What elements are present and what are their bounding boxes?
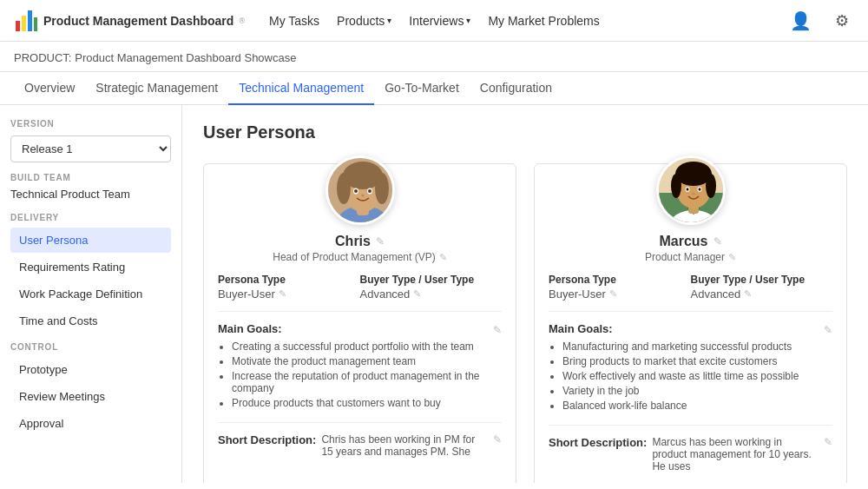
persona-marcus-name-row: Marcus ✎ bbox=[549, 234, 832, 249]
buyer-type-label: Buyer Type / User Type bbox=[360, 274, 503, 286]
svg-rect-4 bbox=[34, 17, 37, 31]
list-item: Balanced work-life balance bbox=[562, 400, 820, 412]
edit-desc-marcus-icon[interactable]: ✎ bbox=[824, 436, 832, 448]
sidebar-item-work-package[interactable]: Work Package Definition bbox=[10, 281, 171, 307]
build-team-label: BUILD TEAM bbox=[10, 173, 171, 182]
svg-point-23 bbox=[671, 174, 681, 198]
user-avatar-icon[interactable]: 👤 bbox=[788, 9, 812, 33]
sidebar-item-time-costs[interactable]: Time and Costs bbox=[10, 308, 171, 334]
nav-products[interactable]: Products ▾ bbox=[337, 14, 391, 28]
logo-text: Product Management Dashboard bbox=[43, 14, 233, 28]
nav-interviews[interactable]: Interviews ▾ bbox=[409, 14, 470, 28]
list-item: Bring products to market that excite cus… bbox=[562, 355, 820, 367]
chevron-down-icon: ▾ bbox=[466, 16, 470, 25]
tab-go-to-market[interactable]: Go-To-Market bbox=[374, 72, 470, 105]
tabs-bar: Overview Strategic Management Technical … bbox=[0, 72, 868, 105]
sidebar-item-approval[interactable]: Approval bbox=[10, 411, 171, 436]
edit-goals-marcus-icon[interactable]: ✎ bbox=[824, 324, 832, 336]
avatar-chris bbox=[218, 155, 502, 225]
persona-marcus-goals: Main Goals: Manufacturing and marketing … bbox=[549, 322, 832, 426]
desc-label-chris: Short Description: bbox=[218, 433, 316, 446]
list-item: Variety in the job bbox=[562, 385, 820, 397]
desc-label-marcus: Short Description: bbox=[549, 436, 647, 449]
svg-rect-2 bbox=[22, 16, 26, 31]
persona-chris-name: Chris bbox=[335, 234, 371, 249]
edit-role-chris-icon[interactable]: ✎ bbox=[439, 252, 447, 263]
desc-text-chris: Chris has been working in PM for 15 year… bbox=[321, 433, 488, 458]
persona-type-label: Persona Type bbox=[218, 274, 360, 286]
breadcrumb: PRODUCT: Product Management Dashboard Sh… bbox=[0, 42, 868, 72]
svg-rect-3 bbox=[28, 10, 32, 31]
edit-name-marcus-icon[interactable]: ✎ bbox=[713, 235, 722, 248]
tab-overview[interactable]: Overview bbox=[14, 72, 85, 105]
sidebar-item-prototype[interactable]: Prototype bbox=[10, 357, 171, 382]
goals-label-chris: Main Goals: bbox=[218, 322, 490, 335]
svg-point-11 bbox=[375, 173, 389, 204]
svg-point-10 bbox=[337, 173, 351, 204]
persona-marcus-meta: Persona Type Buyer-User ✎ Buyer Type / U… bbox=[549, 274, 832, 312]
tab-configuration[interactable]: Configuration bbox=[470, 72, 562, 105]
goals-label-marcus: Main Goals: bbox=[549, 322, 820, 335]
nav-market-problems[interactable]: My Market Problems bbox=[488, 14, 599, 28]
nav-my-tasks[interactable]: My Tasks bbox=[269, 14, 319, 28]
buyer-type-value-marcus: Advanced ✎ bbox=[691, 287, 833, 301]
persona-chris-role: Head of Product Management (VP) ✎ bbox=[218, 251, 502, 263]
list-item: Manufacturing and marketing successful p… bbox=[562, 340, 820, 353]
version-select[interactable]: Release 1 Release 2 Release 3 bbox=[10, 135, 171, 162]
tab-technical-management[interactable]: Technical Management bbox=[228, 72, 374, 105]
edit-desc-chris-icon[interactable]: ✎ bbox=[493, 433, 502, 446]
persona-chris-goals: Main Goals: Creating a successful produc… bbox=[218, 322, 502, 423]
buyer-type-value: Advanced ✎ bbox=[360, 287, 503, 301]
meta-persona-type-col: Persona Type Buyer-User ✎ bbox=[218, 274, 360, 301]
persona-marcus-desc: Short Description: Marcus has been worki… bbox=[549, 436, 832, 472]
persona-marcus-name: Marcus bbox=[659, 234, 707, 249]
list-item: Motivate the product management team bbox=[232, 355, 490, 367]
edit-buyer-type-marcus-icon[interactable]: ✎ bbox=[744, 288, 752, 300]
svg-point-14 bbox=[354, 189, 358, 193]
logo-area: Product Management Dashboard ® bbox=[14, 9, 245, 33]
settings-icon[interactable]: ⚙ bbox=[830, 9, 854, 33]
persona-type-value-marcus: Buyer-User ✎ bbox=[549, 287, 691, 301]
persona-type-label-marcus: Persona Type bbox=[549, 274, 691, 286]
meta-buyer-type-col-marcus: Buyer Type / User Type Advanced ✎ bbox=[691, 274, 833, 301]
sidebar-item-requirements-rating[interactable]: Requirements Rating bbox=[10, 254, 171, 280]
edit-name-chris-icon[interactable]: ✎ bbox=[376, 235, 385, 248]
svg-point-29 bbox=[692, 193, 695, 195]
persona-cards-row: Chris ✎ Head of Product Management (VP) … bbox=[203, 163, 847, 483]
edit-buyer-type-chris-icon[interactable]: ✎ bbox=[413, 288, 421, 300]
buyer-type-label-marcus: Buyer Type / User Type bbox=[691, 274, 833, 286]
chevron-down-icon: ▾ bbox=[387, 16, 391, 25]
meta-persona-type-col-marcus: Persona Type Buyer-User ✎ bbox=[549, 274, 691, 301]
svg-point-28 bbox=[698, 188, 700, 191]
persona-marcus-role: Product Manager ✎ bbox=[549, 251, 832, 263]
edit-goals-chris-icon[interactable]: ✎ bbox=[493, 324, 502, 336]
build-team-value: Technical Product Team bbox=[10, 188, 171, 201]
edit-role-marcus-icon[interactable]: ✎ bbox=[728, 252, 736, 263]
desc-text-marcus: Marcus has been working in product manag… bbox=[652, 436, 819, 472]
list-item: Increase the reputation of product manag… bbox=[232, 370, 490, 394]
list-item: Produce products that customers want to … bbox=[232, 397, 490, 409]
persona-chris-desc: Short Description: Chris has been workin… bbox=[218, 433, 502, 458]
sidebar-item-review-meetings[interactable]: Review Meetings bbox=[10, 384, 171, 409]
meta-buyer-type-col: Buyer Type / User Type Advanced ✎ bbox=[360, 274, 503, 301]
sidebar: VERSION Release 1 Release 2 Release 3 BU… bbox=[0, 105, 182, 483]
content-area: User Persona bbox=[182, 105, 868, 483]
version-label: VERSION bbox=[10, 119, 171, 129]
avatar-marcus bbox=[549, 155, 832, 225]
persona-chris-meta: Persona Type Buyer-User ✎ Buyer Type / U… bbox=[218, 274, 502, 312]
tab-strategic-management[interactable]: Strategic Management bbox=[85, 72, 228, 105]
edit-persona-type-chris-icon[interactable]: ✎ bbox=[279, 288, 286, 300]
list-item: Creating a successful product portfolio … bbox=[232, 340, 490, 353]
svg-point-24 bbox=[706, 174, 716, 198]
main-layout: VERSION Release 1 Release 2 Release 3 BU… bbox=[0, 105, 868, 483]
list-item: Work effectively and waste as little tim… bbox=[562, 370, 820, 382]
edit-persona-type-marcus-icon[interactable]: ✎ bbox=[609, 288, 617, 300]
delivery-label: DELIVERY bbox=[10, 213, 171, 222]
control-label: CONTROL bbox=[10, 342, 171, 352]
svg-point-16 bbox=[361, 195, 365, 197]
page-title: User Persona bbox=[203, 122, 847, 142]
sidebar-item-user-persona[interactable]: User Persona bbox=[10, 228, 171, 253]
breadcrumb-prefix: PRODUCT: bbox=[14, 51, 71, 64]
logo-sup: ® bbox=[239, 17, 245, 25]
persona-card-chris: Chris ✎ Head of Product Management (VP) … bbox=[203, 163, 516, 483]
